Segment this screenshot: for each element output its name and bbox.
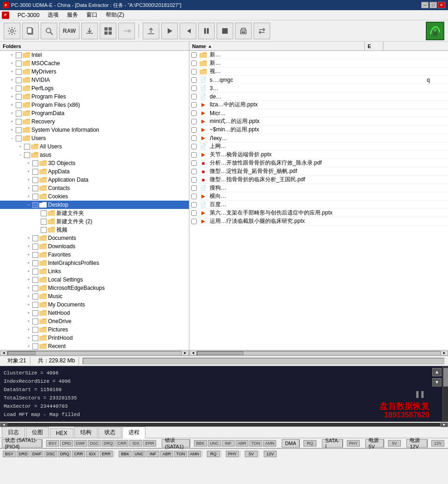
toolbar-settings-button[interactable]	[4, 23, 20, 39]
expander-mydrivers[interactable]: +	[8, 68, 16, 75]
tree-item-documents[interactable]: + Documents	[0, 234, 189, 242]
menu-item-window[interactable]: 窗口	[83, 10, 101, 20]
expander-newfolder2[interactable]: +	[33, 218, 41, 225]
expander-intel[interactable]: +	[8, 51, 16, 59]
file-check-20[interactable]	[189, 219, 199, 224]
toolbar-copy-button[interactable]	[22, 23, 39, 39]
file-row-2[interactable]: 视…	[189, 67, 448, 76]
tree-item-3dobjects[interactable]: + 3D Objects	[0, 159, 189, 167]
toolbar-upload-button[interactable]	[143, 23, 159, 39]
file-check-9[interactable]	[189, 127, 199, 133]
expander-desktop[interactable]: −	[25, 201, 32, 208]
checkbox-music[interactable]	[32, 294, 38, 300]
file-row-15[interactable]: ■ 微型…指骨骨折的临床分析_王国民.pdf	[189, 176, 448, 184]
tree-item-intelgraphics[interactable]: + IntelGraphicsProfiles	[0, 259, 189, 267]
file-check-18[interactable]	[189, 202, 199, 208]
file-check-13[interactable]	[189, 160, 199, 166]
checkbox-applicationdata[interactable]	[32, 177, 38, 183]
file-row-7[interactable]: ▶ Micr…	[189, 109, 448, 117]
expander-cookies[interactable]: +	[25, 193, 32, 200]
info-h-scroll-left-btn[interactable]: ◄	[0, 423, 7, 427]
file-check-16[interactable]	[189, 185, 199, 191]
tab-progress[interactable]: 进程	[122, 427, 145, 438]
expander-links[interactable]: +	[25, 268, 32, 275]
tree-item-applicationdata[interactable]: + Application Data	[0, 176, 189, 184]
checkbox-allusers[interactable]	[24, 144, 30, 150]
toolbar-grid-button[interactable]	[100, 23, 116, 39]
file-row-8[interactable]: ▶ mini式…的运用.pptx	[189, 117, 448, 126]
checkbox-favorites[interactable]	[32, 252, 38, 258]
file-row-20[interactable]: ▶ 运用…疗淡临截肢小腿的临床研究.pptx	[189, 217, 448, 226]
expander-3dobjects[interactable]: +	[25, 159, 32, 167]
checkbox-pictures[interactable]	[32, 327, 38, 333]
expander-intelgraphics[interactable]: +	[25, 259, 32, 267]
files-h-scroll-thumb[interactable]	[197, 351, 243, 355]
toolbar-transfer-button[interactable]	[254, 23, 270, 39]
checkbox-intel[interactable]	[16, 52, 22, 58]
tree-item-allusers[interactable]: + All Users	[0, 142, 189, 151]
toolbar-raw-button[interactable]: RAW	[59, 23, 79, 39]
tree-item-desktop[interactable]: − Desktop	[0, 201, 189, 209]
info-scroll-up-btn[interactable]: ▲	[432, 368, 442, 376]
file-row-19[interactable]: ▶ 第六…支架在手部畸形与创伤后遗症中的应用.pptx	[189, 209, 448, 217]
tree-item-programfilesx86[interactable]: + Program Files (x86)	[0, 101, 189, 109]
toolbar-arrows-button[interactable]	[118, 23, 135, 39]
tree-item-mydocuments[interactable]: + My Documents	[0, 300, 189, 309]
checkbox-mydrivers[interactable]	[16, 69, 22, 75]
expander-localsettings[interactable]: +	[25, 276, 32, 283]
menu-item-service[interactable]: 服务	[63, 10, 82, 20]
info-scrollbar-thumb[interactable]	[443, 368, 448, 386]
expander-contacts[interactable]: +	[25, 184, 32, 192]
checkbox-intelgraphics[interactable]	[32, 260, 38, 266]
expander-nethood[interactable]: +	[25, 309, 32, 317]
tree-item-nethood[interactable]: + NetHood	[0, 309, 189, 317]
file-row-4[interactable]: 📄 3…	[189, 84, 448, 92]
files-h-scrollbar[interactable]: ◄ ►	[189, 350, 448, 355]
tree-item-localsettings[interactable]: + Local Settings	[0, 276, 189, 284]
col-header-ext[interactable]: E	[365, 42, 383, 50]
file-row-13[interactable]: ■ 分析…开放性跟骨骨折的临床疗效_陈永录.pdf	[189, 159, 448, 167]
file-check-3[interactable]	[189, 77, 199, 83]
file-row-11[interactable]: 📄 上网…	[189, 142, 448, 151]
expander-users[interactable]: −	[8, 135, 16, 142]
expander-favorites[interactable]: +	[25, 251, 32, 258]
tree-item-downloads[interactable]: + Downloads	[0, 242, 189, 251]
menu-item-options[interactable]: 选项	[44, 10, 62, 20]
file-check-8[interactable]	[189, 119, 199, 124]
expander-printhood[interactable]: +	[25, 334, 32, 342]
checkbox-svi[interactable]	[16, 127, 22, 133]
file-check-17[interactable]	[189, 194, 199, 199]
file-check-6[interactable]	[189, 102, 199, 108]
h-scroll-left-btn[interactable]: ◄	[0, 351, 7, 355]
checkbox-asus[interactable]	[24, 152, 30, 158]
file-row-6[interactable]: ▶ llza…中的运用.pptx	[189, 101, 448, 109]
checkbox-programfilesx86[interactable]	[16, 102, 22, 108]
file-row-14[interactable]: ■ 微型…淀性趾骨_跖骨骨折_杨帆.pdf	[189, 167, 448, 176]
expander-msocache[interactable]: +	[8, 60, 16, 67]
tree-item-music[interactable]: + Music	[0, 292, 189, 300]
checkbox-users[interactable]	[16, 135, 22, 141]
tab-status[interactable]: 状态	[98, 427, 121, 438]
toolbar-playstep-button[interactable]	[180, 23, 196, 39]
files-h-scroll-track[interactable]	[197, 351, 441, 355]
tree-item-cookies[interactable]: + Cookies	[0, 192, 189, 201]
expander-nvidia[interactable]: +	[8, 76, 16, 84]
h-scroll-thumb[interactable]	[8, 351, 36, 355]
info-h-scroll-track[interactable]	[7, 423, 441, 427]
folder-tree[interactable]: + Intel + MSOCache +	[0, 51, 189, 350]
checkbox-nvidia[interactable]	[16, 77, 22, 83]
expander-programfiles[interactable]: +	[8, 93, 16, 100]
menu-item-pc3000[interactable]: PC-3000	[14, 11, 43, 19]
toolbar-export-button[interactable]	[81, 23, 98, 39]
expander-svi[interactable]: +	[8, 126, 16, 134]
file-check-0[interactable]	[189, 52, 199, 58]
close-button[interactable]: ✕	[438, 2, 445, 8]
col-header-name[interactable]: Name ▲	[189, 42, 365, 50]
tree-item-svi[interactable]: + System Volume Information	[0, 126, 189, 134]
h-scroll-track[interactable]	[7, 351, 182, 355]
tree-item-programdata[interactable]: + ProgramData	[0, 109, 189, 117]
expander-appdata[interactable]: +	[25, 168, 32, 175]
tree-item-nvidia[interactable]: + NVIDIA	[0, 76, 189, 84]
checkbox-perflogs[interactable]	[16, 86, 22, 92]
file-check-7[interactable]	[189, 110, 199, 116]
